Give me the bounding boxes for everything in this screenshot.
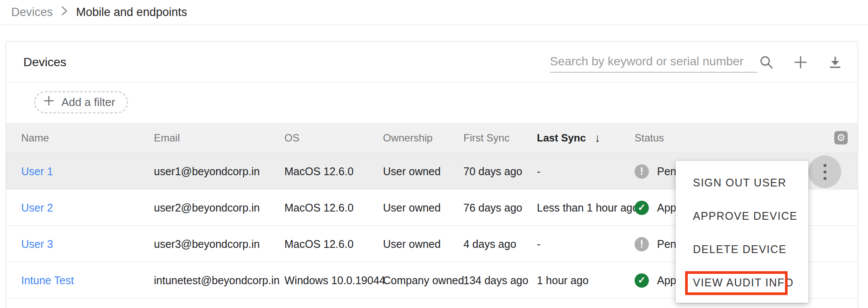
device-email: user2@beyondcorp.in — [154, 189, 260, 226]
device-name-link[interactable]: User 3 — [21, 238, 53, 250]
add-filter-label: Add a filter — [61, 96, 115, 109]
column-header-first-sync[interactable]: First Sync — [463, 123, 510, 153]
menu-item-delete-device[interactable]: DELETE DEVICE — [676, 233, 808, 266]
device-email: user1@beyondcorp.in — [154, 153, 260, 189]
device-os: MacOS 12.6.0 — [284, 226, 354, 262]
breadcrumb: Devices Mobile and endpoints — [11, 0, 187, 25]
chevron-right-icon — [61, 5, 68, 19]
menu-item-sign-out-user[interactable]: SIGN OUT USER — [676, 166, 808, 199]
sort-desc-icon: ↓ — [594, 132, 600, 145]
approved-status-icon: ✓ — [635, 201, 649, 215]
column-header-name[interactable]: Name — [21, 123, 49, 153]
breadcrumb-current: Mobile and endpoints — [76, 6, 187, 19]
breadcrumb-devices[interactable]: Devices — [11, 6, 53, 19]
row-context-menu: SIGN OUT USER APPROVE DEVICE DELETE DEVI… — [676, 161, 808, 303]
column-header-email[interactable]: Email — [154, 123, 180, 153]
add-filter-button[interactable]: Add a filter — [34, 91, 128, 113]
device-name-link[interactable]: User 1 — [21, 165, 53, 178]
column-header-os[interactable]: OS — [284, 123, 300, 153]
menu-item-approve-device[interactable]: APPROVE DEVICE — [676, 199, 808, 233]
device-os: Windows 10.0.19044 — [284, 262, 385, 298]
device-first-sync: 4 days ago — [463, 226, 516, 262]
row-actions-button[interactable] — [808, 155, 841, 188]
device-email: user3@beyondcorp.in — [154, 226, 260, 262]
page-divider — [0, 25, 868, 25]
device-first-sync: 76 days ago — [463, 189, 522, 226]
download-icon[interactable] — [825, 52, 846, 73]
search-icon[interactable] — [756, 52, 777, 73]
column-header-status[interactable]: Status — [635, 123, 664, 153]
kebab-menu-icon — [823, 164, 827, 167]
menu-item-view-audit-info[interactable]: VIEW AUDIT INFO — [676, 266, 808, 299]
device-last-sync: - — [537, 153, 540, 189]
device-os: MacOS 12.6.0 — [284, 153, 354, 189]
device-first-sync: 134 days ago — [463, 262, 528, 298]
device-name-link[interactable]: User 2 — [21, 202, 53, 214]
device-last-sync: 1 hour ago — [537, 262, 589, 298]
column-header-ownership[interactable]: Ownership — [383, 123, 433, 153]
device-last-sync: - — [537, 226, 540, 262]
card-title: Devices — [23, 55, 67, 69]
device-ownership: User owned — [383, 226, 440, 262]
column-header-last-sync[interactable]: Last Sync ↓ — [537, 123, 600, 153]
manage-columns-icon[interactable]: ⚙ — [834, 131, 848, 144]
device-last-sync: Less than 1 hour ago — [537, 189, 638, 226]
mobile-endpoints-page: Devices Mobile and endpoints Devices Add… — [0, 0, 868, 308]
add-icon[interactable] — [790, 52, 811, 73]
table-header: Name Email OS Ownership First Sync Last … — [6, 123, 858, 153]
device-ownership: User owned — [383, 153, 440, 189]
pending-status-icon: ! — [635, 164, 649, 179]
approved-status-icon: ✓ — [635, 273, 649, 288]
device-os: MacOS 12.6.0 — [284, 189, 354, 226]
search-input[interactable] — [550, 51, 757, 73]
device-ownership: Company owned — [383, 262, 464, 298]
device-first-sync: 70 days ago — [463, 153, 522, 189]
card-header-divider — [6, 82, 858, 82]
pending-status-icon: ! — [635, 237, 649, 251]
device-ownership: User owned — [383, 189, 440, 226]
device-email: intunetest@beyondcorp.in — [154, 262, 280, 298]
add-filter-plus-icon — [43, 95, 55, 110]
search-field — [550, 51, 757, 73]
device-name-link[interactable]: Intune Test — [21, 274, 74, 287]
